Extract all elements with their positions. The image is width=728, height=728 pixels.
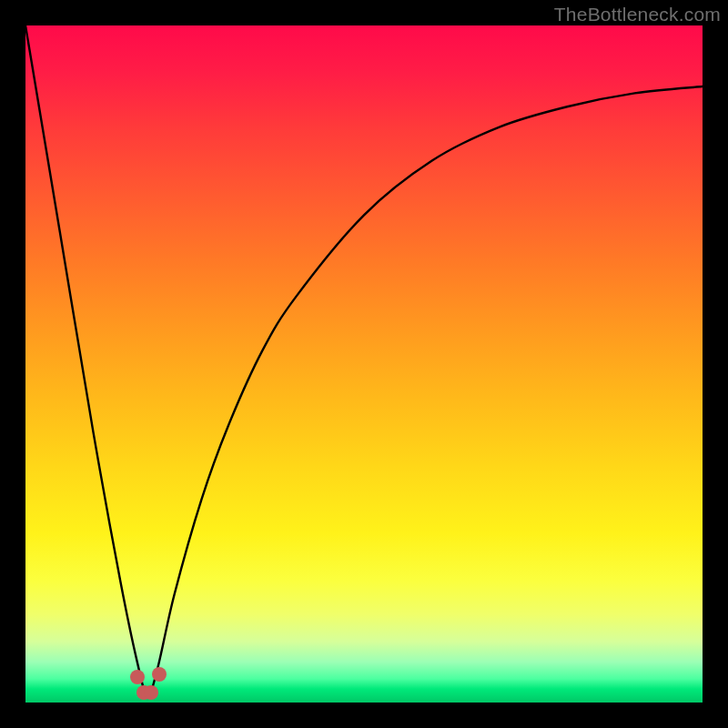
min-marker-3 — [144, 685, 158, 700]
bottleneck-curve — [25, 25, 703, 703]
min-marker-4 — [152, 667, 167, 682]
chart-frame: TheBottleneck.com — [0, 0, 728, 728]
plot-area — [25, 25, 703, 703]
attribution-text: TheBottleneck.com — [554, 4, 721, 25]
